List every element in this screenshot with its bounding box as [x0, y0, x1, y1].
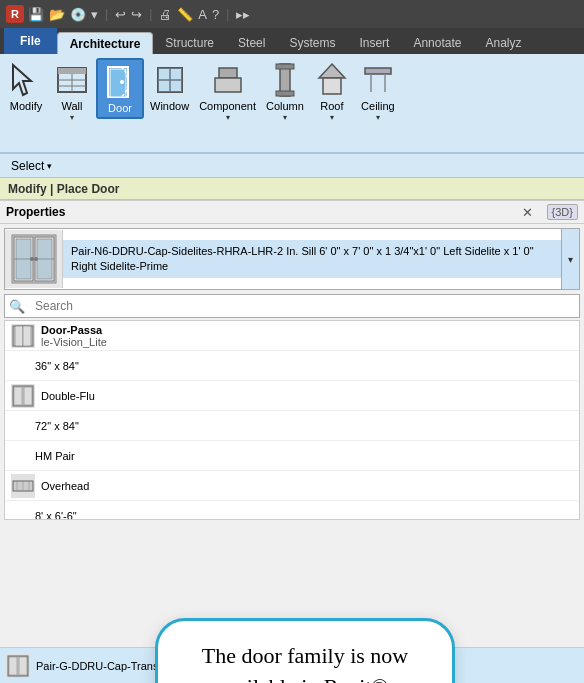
title-bar: R 💾 📂 💿 ▾ | ↩ ↪ | 🖨 📏 A ? | ▸▸: [0, 0, 584, 28]
ribbon: Modify Wall ▾ Door: [0, 54, 584, 154]
item-text: Door-Passa le-Vision_Lite: [41, 324, 107, 348]
item-thumbnail: [11, 384, 35, 408]
ribbon-tabs: File Architecture Structure Steel System…: [0, 28, 584, 54]
properties-panel-header: Properties ✕ {3D}: [0, 200, 584, 224]
context-bar: Modify | Place Door: [0, 178, 584, 200]
item-text: 8' x 6'-6": [35, 510, 77, 520]
last-item-thumbnail: [6, 654, 30, 678]
column-button[interactable]: Column ▾: [262, 58, 308, 124]
tab-systems[interactable]: Systems: [277, 32, 347, 54]
svg-rect-16: [276, 64, 294, 69]
modify-icon: [8, 60, 44, 100]
print-icon[interactable]: 🖨: [159, 7, 172, 22]
svg-marker-18: [319, 64, 345, 78]
svg-rect-33: [15, 326, 23, 346]
svg-rect-13: [219, 68, 237, 78]
3d-view-icon[interactable]: {3D}: [547, 204, 578, 220]
type-selector[interactable]: Pair-N6-DDRU-Cap-Sidelites-RHRA-LHR-2 In…: [4, 228, 580, 290]
list-item[interactable]: 72" x 84": [5, 411, 579, 441]
dropdown-chevron-icon: ▾: [568, 254, 573, 265]
svg-point-8: [120, 80, 124, 84]
svg-rect-2: [58, 68, 86, 74]
tooltip-text: The door family is now available in Revi…: [202, 643, 409, 683]
select-label: Select: [11, 159, 44, 173]
tab-annotate[interactable]: Annotate: [401, 32, 473, 54]
properties-header-icons: ✕ {3D}: [522, 204, 578, 220]
ceiling-label: Ceiling: [361, 100, 395, 113]
close-icon[interactable]: ✕: [522, 205, 533, 220]
item-thumbnail: [11, 474, 35, 498]
ceiling-button[interactable]: Ceiling ▾: [356, 58, 400, 124]
undo-icon[interactable]: ↩: [115, 7, 126, 22]
item-text: HM Pair: [35, 450, 75, 462]
open-icon[interactable]: 📂: [49, 7, 65, 22]
window-label: Window: [150, 100, 189, 113]
tab-insert[interactable]: Insert: [347, 32, 401, 54]
tooltip-bubble: The door family is now available in Revi…: [155, 618, 455, 683]
item-text: Double-Flu: [41, 390, 95, 402]
door-icon: [102, 62, 138, 102]
svg-rect-36: [14, 387, 22, 405]
column-icon: [267, 60, 303, 100]
tab-architecture[interactable]: Architecture: [57, 32, 154, 54]
select-bar: Select ▾: [0, 154, 584, 178]
svg-rect-20: [365, 68, 391, 74]
more-icon[interactable]: ▸▸: [236, 7, 250, 22]
item-thumbnail: [11, 324, 35, 348]
svg-rect-17: [276, 91, 294, 96]
tab-steel[interactable]: Steel: [226, 32, 277, 54]
wall-label: Wall: [62, 100, 83, 113]
svg-rect-43: [9, 657, 17, 675]
svg-rect-34: [23, 326, 31, 346]
search-box: 🔍: [4, 294, 580, 318]
help-icon[interactable]: ?: [212, 7, 219, 22]
separator-2: |: [149, 7, 152, 21]
list-item[interactable]: Double-Flu: [5, 381, 579, 411]
measure-icon[interactable]: 📏: [177, 7, 193, 22]
svg-rect-19: [323, 78, 341, 94]
search-input[interactable]: [29, 295, 579, 317]
svg-point-31: [34, 257, 38, 261]
list-item[interactable]: 36" x 84": [5, 351, 579, 381]
context-text: Modify | Place Door: [8, 182, 119, 196]
list-item[interactable]: 8' x 6'-6": [5, 501, 579, 520]
component-button[interactable]: Component ▾: [195, 58, 260, 124]
roof-button[interactable]: Roof ▾: [310, 58, 354, 124]
select-chevron-icon: ▾: [47, 161, 52, 171]
svg-rect-37: [24, 387, 32, 405]
tab-structure[interactable]: Structure: [153, 32, 226, 54]
text-icon[interactable]: A: [198, 7, 207, 22]
family-list: Door-Passa le-Vision_Lite 36" x 84" Doub…: [4, 320, 580, 520]
roof-icon: [314, 60, 350, 100]
item-text: 36" x 84": [35, 360, 79, 372]
search-icon: 🔍: [5, 299, 29, 314]
svg-rect-14: [215, 78, 241, 92]
window-button[interactable]: Window: [146, 58, 193, 115]
svg-marker-0: [13, 65, 31, 95]
properties-title: Properties: [6, 205, 65, 219]
component-icon: [210, 60, 246, 100]
list-item[interactable]: Overhead: [5, 471, 579, 501]
list-item[interactable]: HM Pair: [5, 441, 579, 471]
wall-button[interactable]: Wall ▾: [50, 58, 94, 124]
main-content: Pair-N6-DDRU-Cap-Sidelites-RHRA-LHR-2 In…: [0, 228, 584, 618]
redo-icon[interactable]: ↪: [131, 7, 142, 22]
title-bar-icons: 💾 📂 💿 ▾ | ↩ ↪ | 🖨 📏 A ? | ▸▸: [28, 7, 250, 22]
options-icon[interactable]: ▾: [91, 7, 98, 22]
door-button[interactable]: Door: [96, 58, 144, 119]
list-item[interactable]: Door-Passa le-Vision_Lite: [5, 321, 579, 351]
separator-1: |: [105, 7, 108, 21]
select-button[interactable]: Select ▾: [6, 157, 57, 175]
tab-file[interactable]: File: [4, 28, 57, 54]
save-icon[interactable]: 💾: [28, 7, 44, 22]
component-label: Component: [199, 100, 256, 113]
app-logo: R: [6, 5, 24, 23]
door-label: Door: [108, 102, 132, 115]
tab-analyze[interactable]: Analyz: [473, 32, 533, 54]
window-icon: [152, 60, 188, 100]
type-dropdown-button[interactable]: ▾: [561, 229, 579, 289]
separator-3: |: [226, 7, 229, 21]
roof-label: Roof: [320, 100, 343, 113]
disk-icon[interactable]: 💿: [70, 7, 86, 22]
modify-button[interactable]: Modify: [4, 58, 48, 115]
